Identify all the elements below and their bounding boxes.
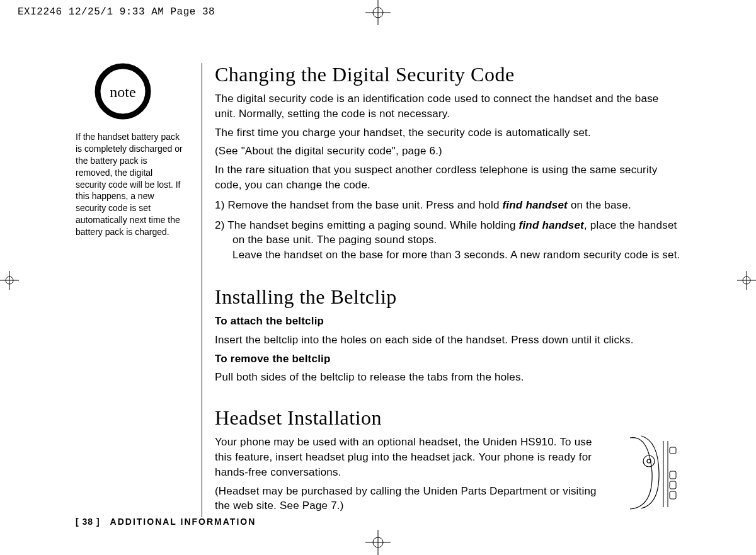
section1-p4: In the rare situation that you suspect a… bbox=[215, 163, 680, 193]
section1-p2: The first time you charge your handset, … bbox=[215, 125, 680, 140]
svg-rect-20 bbox=[670, 491, 676, 499]
section1-p1: The digital security code is an identifi… bbox=[215, 91, 680, 122]
heading-beltclip: Installing the Beltclip bbox=[215, 285, 680, 309]
note-label: note bbox=[110, 84, 135, 100]
print-slug: EXI2246 12/25/1 9:33 AM Page 38 bbox=[18, 6, 215, 18]
headset-p1: Your phone may be used with an optional … bbox=[215, 435, 611, 479]
svg-rect-17 bbox=[670, 447, 676, 454]
svg-point-13 bbox=[643, 455, 655, 467]
step1-text-a: 1) Remove the handset from the base unit… bbox=[215, 199, 503, 211]
heading-security-code: Changing the Digital Security Code bbox=[215, 63, 680, 86]
page-footer: [ 38 ] ADDITIONAL INFORMATION bbox=[76, 517, 256, 527]
section1-body: The digital security code is an identifi… bbox=[215, 91, 680, 193]
beltclip-attach-heading: To attach the beltclip bbox=[215, 314, 680, 329]
registration-mark-right-icon bbox=[737, 271, 756, 290]
step-1: 1) Remove the handset from the base unit… bbox=[215, 198, 680, 213]
step1-find-handset: find handset bbox=[503, 199, 568, 211]
beltclip-remove-text: Pull both sides of the beltclip to relea… bbox=[215, 370, 680, 385]
headset-jack-illustration-icon bbox=[624, 435, 680, 513]
heading-headset: Headset Installation bbox=[215, 406, 680, 430]
section3-body: Your phone may be used with an optional … bbox=[215, 435, 611, 517]
section2-body: To attach the beltclip Insert the beltcl… bbox=[215, 314, 680, 385]
footer-section-name: ADDITIONAL INFORMATION bbox=[110, 517, 256, 527]
note-icon: note bbox=[94, 63, 151, 120]
registration-mark-left-icon bbox=[0, 271, 19, 290]
sidebar-note-text: If the handset battery pack is completel… bbox=[76, 131, 183, 238]
registration-mark-bottom-icon bbox=[365, 530, 391, 555]
step2-find-handset: find handset bbox=[519, 219, 584, 231]
section1-p3: (See "About the digital security code", … bbox=[215, 144, 680, 159]
registration-mark-top-icon bbox=[365, 0, 391, 25]
step2-text-a: 2) The handset begins emitting a paging … bbox=[215, 219, 519, 231]
step1-text-c: on the base. bbox=[568, 199, 631, 211]
svg-rect-19 bbox=[670, 481, 676, 489]
headset-p2: (Headset may be purchased by calling the… bbox=[215, 484, 611, 514]
beltclip-remove-heading: To remove the beltclip bbox=[215, 352, 680, 367]
page-content: note If the handset battery pack is comp… bbox=[76, 63, 680, 517]
page-number: [ 38 ] bbox=[76, 517, 100, 527]
svg-rect-18 bbox=[670, 471, 676, 479]
step2-text-d: Leave the handset on the base for more t… bbox=[232, 248, 680, 263]
beltclip-attach-text: Insert the beltclip into the holes on ea… bbox=[215, 333, 680, 348]
step-2: 2) The handset begins emitting a paging … bbox=[215, 218, 680, 263]
sidebar-note: note If the handset battery pack is comp… bbox=[76, 63, 195, 238]
main-column: Changing the Digital Security Code The d… bbox=[202, 63, 680, 517]
